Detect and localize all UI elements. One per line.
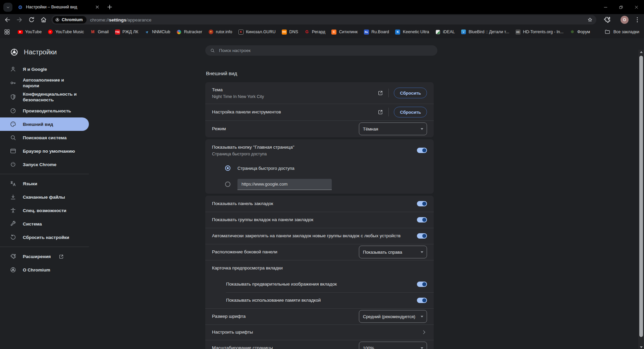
bookmark-item[interactable]: ККинозал.GURU — [235, 27, 278, 37]
row-text: Автоматически закреплять на панели закла… — [212, 233, 417, 239]
bookmark-item[interactable]: DNSDNS — [278, 27, 301, 37]
bookmark-item[interactable]: MGmail — [87, 27, 112, 37]
bookmark-label: BlueBird :: Детали т... — [469, 30, 509, 34]
new-tab-button[interactable] — [106, 3, 113, 11]
sidebar-item-chromium[interactable]: О Chromium — [0, 263, 89, 277]
bookmark-label: Ru.Board — [371, 30, 389, 34]
bookmark-item[interactable]: CСитилинк — [328, 27, 361, 37]
toggle-knob — [422, 282, 426, 286]
extensions-puzzle-icon[interactable] — [603, 16, 611, 24]
settings-row: Масштабирование страницы100% — [205, 340, 434, 349]
dropdown[interactable]: 100% — [359, 342, 427, 349]
reset-button[interactable]: Сбросить — [394, 88, 427, 98]
row-title: Масштабирование страницы — [212, 345, 354, 349]
homepage-url-input[interactable] — [237, 179, 332, 190]
vertical-divider — [388, 89, 389, 97]
scrollbar-up-arrow[interactable] — [640, 51, 643, 53]
bookmark-item[interactable]: GРегард — [301, 27, 328, 37]
tab-search-button[interactable] — [3, 3, 12, 12]
search-input[interactable] — [218, 48, 437, 53]
active-tab[interactable]: ⚙ Настройки – Внешний вид — [15, 0, 103, 14]
settings-search[interactable] — [205, 45, 437, 56]
sidebar-item-browser[interactable]: Браузер по умолчанию — [0, 144, 89, 158]
back-button[interactable] — [4, 16, 11, 23]
chevron-down-icon — [6, 5, 10, 10]
toggle[interactable] — [417, 233, 427, 239]
row-title: Размер шрифта — [212, 313, 354, 319]
dropdown[interactable]: Средний (рекомендуется) — [359, 310, 427, 323]
close-button[interactable] — [629, 0, 644, 14]
row-title: Показывать кнопку "Главная страница" — [212, 144, 412, 150]
toggle[interactable] — [417, 201, 427, 206]
bookmark-item[interactable]: Rutracker — [173, 27, 205, 37]
site-chip[interactable]: Chromium — [53, 16, 87, 23]
row-text: Показывать предварительные изображения в… — [226, 281, 417, 287]
external-icon[interactable] — [377, 90, 383, 96]
row-text: Масштабирование страницы — [212, 345, 359, 349]
scrollbar-thumb[interactable] — [639, 56, 643, 337]
restore-button[interactable] — [613, 0, 629, 14]
chevR-icon — [421, 329, 427, 335]
dropdown[interactable]: Показывать справа — [359, 246, 427, 258]
minimize-button[interactable] — [598, 0, 613, 14]
toggle[interactable] — [417, 282, 427, 287]
bookmark-item[interactable]: YouTube Music — [45, 27, 87, 37]
dropdown[interactable]: Тёмная — [359, 122, 427, 135]
bookmark-item[interactable]: RuRu.Board — [361, 27, 392, 37]
radio-button[interactable] — [225, 182, 230, 187]
toggle[interactable] — [417, 148, 427, 153]
bookmark-star-icon[interactable] — [587, 17, 593, 23]
sidebar-item-shield[interactable]: Конфиденциальность и безопасность — [0, 90, 89, 104]
row-subtitle: Night Time In New York City — [212, 94, 372, 99]
sidebar-item-key[interactable]: Автозаполнение и пароли — [0, 76, 89, 90]
bookmark-item[interactable]: РЖДРЖД ЛК — [112, 27, 141, 37]
settings-card: Показывать панель закладокПоказывать гру… — [205, 196, 434, 349]
external-icon[interactable] — [377, 109, 383, 115]
shield-icon — [10, 94, 16, 100]
bookmark-item[interactable]: YouTube — [14, 27, 45, 37]
sidebar-item-palette[interactable]: Внешний вид — [0, 117, 89, 131]
sidebar-item-gauge[interactable]: Производительность — [0, 104, 89, 117]
bookmark-item[interactable]: ➤NNMClub — [141, 27, 173, 37]
bookmark-item[interactable]: ❊Форум — [567, 27, 593, 37]
row-text: Режим — [212, 126, 359, 132]
puzzle-icon — [10, 253, 16, 260]
settings-row: Показывать панель закладок — [205, 196, 434, 212]
row-title: Режим — [212, 126, 354, 132]
toggle[interactable] — [417, 298, 427, 303]
settings-row: Показывать предварительные изображения в… — [205, 276, 434, 292]
forward-button[interactable] — [16, 16, 23, 23]
toggle[interactable] — [417, 217, 427, 222]
menu-dots-icon[interactable] — [633, 16, 641, 24]
bookmark-item[interactable]: iDEAL — [432, 27, 458, 37]
bookmark-item[interactable]: HDHD-Torrents.org - In... — [512, 27, 567, 37]
home-button[interactable] — [40, 16, 47, 23]
bookmark-label: YouTube — [25, 30, 42, 34]
sidebar-item-download[interactable]: Скачанные файлы — [0, 190, 89, 204]
sidebar-item-access[interactable]: Спец. возможности — [0, 204, 89, 217]
radio-button[interactable] — [225, 165, 230, 171]
sidebar-item-puzzle[interactable]: Расширения — [0, 250, 89, 263]
bookmark-label: Регард — [312, 30, 325, 34]
reset-button[interactable]: Сбросить — [394, 107, 427, 117]
all-bookmarks-button[interactable]: Все закладки — [604, 29, 639, 35]
row-title: Автоматически закреплять на панели закла… — [212, 233, 412, 239]
reload-button[interactable] — [28, 16, 35, 23]
apps-grid-icon[interactable] — [4, 29, 10, 35]
bookmark-item[interactable]: KKeenetic Ultra — [392, 27, 432, 37]
settings-row: Расположение боковой панелиПоказывать сп… — [205, 244, 434, 260]
address-bar[interactable]: Chromium chrome://settings/appearance — [51, 15, 596, 24]
bookmark-item[interactable]: ➤BlueBird :: Детали т... — [458, 27, 512, 37]
sidebar-item-reset[interactable]: Сбросить настройки — [0, 231, 89, 244]
sidebar-item-person[interactable]: Я и Google — [0, 62, 89, 76]
settings-page: Настройки Я и GoogleАвтозаполнение и пар… — [0, 38, 644, 349]
sidebar-item-search[interactable]: Поисковая система — [0, 131, 89, 144]
scrollbar-down-arrow[interactable] — [640, 346, 643, 348]
bookmark-item[interactable]: ★rutor.info — [205, 27, 235, 37]
sidebar-item-wrench[interactable]: Система — [0, 217, 89, 231]
settings-row — [205, 175, 434, 194]
sidebar-item-translate[interactable]: Языки — [0, 177, 89, 190]
tab-close-icon[interactable] — [95, 4, 100, 10]
sidebar-item-power[interactable]: Запуск Chrome — [0, 158, 89, 171]
avatar[interactable]: O — [621, 16, 629, 24]
